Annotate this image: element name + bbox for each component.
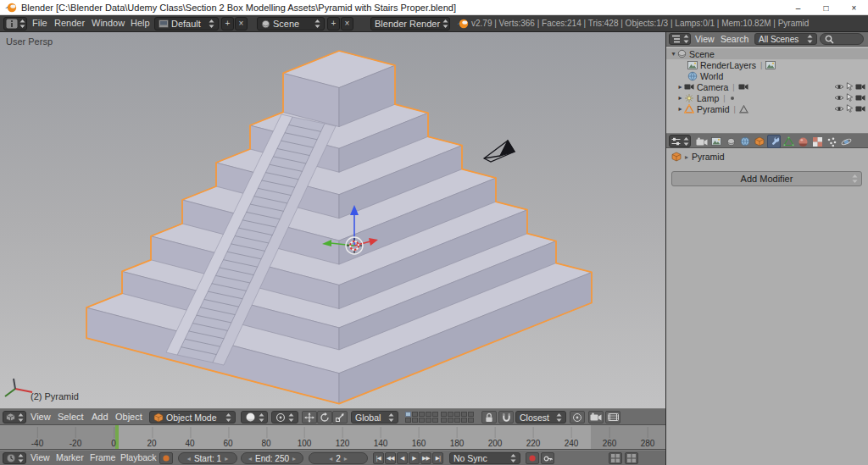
layer-toggle[interactable] [441,412,447,417]
tab-object[interactable] [753,135,766,148]
menu-help[interactable]: Help [131,15,150,31]
selectability-toggle-icon[interactable] [846,104,854,113]
preview-range-button[interactable] [159,452,173,464]
outliner-row-camera[interactable]: ▸ Camera | [666,81,868,92]
increment-icon[interactable]: ▸ [225,455,228,462]
next-keyframe-button[interactable]: ▶▶ [420,452,431,464]
layer-toggle[interactable] [448,412,453,417]
visibility-toggle-icon[interactable] [834,94,844,102]
frame-end-field[interactable]: ◂ End: 250 ▸ [241,452,303,464]
editor-type-properties-button[interactable] [669,135,691,147]
layout-grid-button-2[interactable] [625,452,638,464]
menu-view[interactable]: View [695,32,715,46]
layer-toggle[interactable] [412,412,418,417]
viewport-canvas[interactable] [0,32,665,408]
render-engine-dropdown[interactable]: Blender Render [370,17,450,30]
render-opengl-anim-button[interactable] [605,411,620,423]
increment-icon[interactable]: ▸ [344,455,348,462]
screen-layout-dropdown[interactable]: Default [154,17,219,30]
layer-toggle[interactable] [468,412,474,417]
snap-toggle-button[interactable] [498,411,514,423]
menu-window[interactable]: Window [92,15,125,31]
add-modifier-dropdown[interactable]: Add Modifier [671,171,862,186]
play-reverse-button[interactable]: ◀ [397,452,408,464]
viewport-shading-dropdown[interactable] [241,411,268,423]
viewport-3d[interactable]: User Persp (2) Pyramid [0,32,665,408]
layer-toggle[interactable] [419,412,425,417]
layer-toggle[interactable] [426,418,431,423]
selectability-toggle-icon[interactable] [846,93,854,102]
menu-object[interactable]: Object [115,409,142,425]
outliner-row-scene[interactable]: ▾ Scene [666,48,868,59]
play-button[interactable]: ▶ [409,452,420,464]
outliner-item-label[interactable]: Scene [689,49,715,59]
timeline-ruler[interactable]: -40 -20 0 20 40 60 80 100 120 140 160 18… [0,425,665,450]
outliner-tree[interactable]: ▾ Scene RenderLayers | World ▸ Camera | [666,47,868,133]
render-opengl-button[interactable] [588,411,604,423]
close-button[interactable]: × [840,0,868,15]
visibility-toggle-icon[interactable] [834,105,844,113]
tab-modifiers[interactable] [767,135,781,148]
layout-grid-button[interactable] [609,452,622,464]
outliner-row-world[interactable]: World [666,70,868,81]
layer-toggle[interactable] [405,412,411,417]
minimize-button[interactable]: – [784,0,812,15]
editor-type-info-button[interactable] [3,17,27,30]
layer-toggle[interactable] [468,418,474,423]
tab-world[interactable] [738,135,752,148]
menu-playback[interactable]: Playback [120,451,157,465]
menu-marker[interactable]: Marker [56,451,84,465]
decrement-icon[interactable]: ◂ [187,455,191,462]
frame-start-field[interactable]: ◂ Start: 1 ▸ [178,452,237,464]
editor-type-timeline-button[interactable] [3,452,26,464]
outliner-search-input[interactable] [820,33,864,45]
manipulator-scale-button[interactable] [332,411,348,423]
layer-toggle[interactable] [461,412,467,417]
layer-toggle[interactable] [441,418,447,423]
add-scene-button[interactable]: + [327,17,340,30]
tab-physics[interactable] [839,135,853,148]
outliner-row-lamp[interactable]: ▸ Lamp | [666,92,868,103]
maximize-button[interactable]: □ [812,0,840,15]
menu-view[interactable]: View [31,451,50,465]
outliner-item-label[interactable]: Camera [697,82,728,92]
menu-file[interactable]: File [32,15,47,31]
visibility-toggle-icon[interactable] [834,83,844,91]
layer-toggle[interactable] [461,418,467,423]
tab-render[interactable] [695,135,709,148]
snap-target-button[interactable] [570,411,585,423]
increment-icon[interactable]: ▸ [292,455,296,462]
tab-render-layers[interactable] [709,135,723,148]
transform-orientation-dropdown[interactable]: Global [351,411,398,423]
menu-render[interactable]: Render [54,15,85,31]
auto-keyframe-button[interactable] [526,452,539,464]
pyramid-object[interactable] [86,51,592,404]
menu-search[interactable]: Search [721,32,748,46]
decrement-icon[interactable]: ◂ [329,455,332,462]
scene-dropdown[interactable]: Scene [257,17,325,30]
outliner-item-label[interactable]: Lamp [697,93,719,103]
editor-type-3dview-button[interactable] [3,411,26,423]
layer-grid[interactable] [405,412,474,423]
layer-toggle[interactable] [405,418,411,423]
expand-toggle[interactable]: ▸ [676,83,684,91]
layer-toggle[interactable] [426,412,431,417]
current-frame-field[interactable]: ◂ 2 ▸ [309,452,368,464]
jump-to-end-button[interactable]: ▶| [432,452,443,464]
manipulator-translate-button[interactable] [302,411,317,423]
renderability-toggle-icon[interactable] [855,83,865,91]
outliner-item-label[interactable]: RenderLayers [700,60,756,70]
expand-toggle[interactable]: ▸ [676,105,684,113]
manipulator-rotate-button[interactable] [317,411,332,423]
tab-scene[interactable] [724,135,737,148]
delete-scene-button[interactable]: × [341,17,353,30]
mode-dropdown[interactable]: Object Mode [149,411,236,423]
outliner-row-renderlayers[interactable]: RenderLayers | [666,59,868,70]
layer-toggle[interactable] [432,418,438,423]
menu-add[interactable]: Add [92,409,108,425]
layer-toggle[interactable] [454,418,460,423]
keying-set-button[interactable] [541,452,554,464]
lock-to-scene-button[interactable] [481,411,497,423]
layer-toggle[interactable] [448,418,453,423]
outliner-item-label[interactable]: Pyramid [697,104,730,114]
